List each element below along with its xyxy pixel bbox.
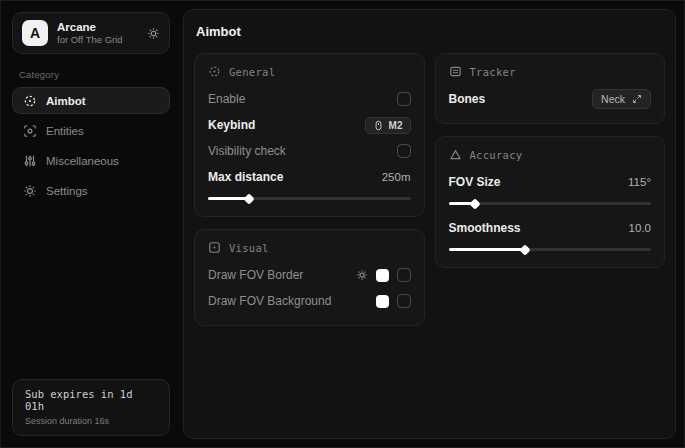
app-window: A Arcane for Off The Grid Category — [0, 0, 685, 448]
max-distance-slider[interactable] — [208, 194, 411, 203]
max-distance-value: 250m — [382, 171, 411, 183]
slider-thumb[interactable] — [243, 193, 254, 204]
visibility-check-label: Visibility check — [208, 144, 286, 158]
draw-fov-border-checkbox[interactable] — [397, 268, 411, 282]
app-subtitle: for Off The Grid — [57, 34, 138, 46]
max-distance-label: Max distance — [208, 170, 283, 184]
gear-icon[interactable] — [356, 269, 368, 281]
content-panel: Aimbot General — [183, 9, 676, 439]
sidebar: A Arcane for Off The Grid Category — [1, 1, 181, 447]
fov-border-color-swatch[interactable] — [376, 269, 389, 282]
crosshair-icon — [208, 65, 221, 78]
card-title: General — [229, 66, 275, 78]
subscription-status-card: Sub expires in 1d 01h Session duration 1… — [12, 379, 170, 436]
slider-thumb[interactable] — [469, 198, 480, 209]
draw-fov-background-checkbox[interactable] — [397, 294, 411, 308]
visual-card: Visual Draw FOV Border — [194, 229, 425, 326]
session-duration-text: Session duration 16s — [25, 416, 157, 426]
bones-label: Bones — [449, 92, 486, 106]
image-icon — [208, 241, 221, 254]
card-title: Accuracy — [470, 149, 523, 161]
sidebar-item-entities[interactable]: Entities — [12, 117, 170, 144]
fov-size-label: FOV Size — [449, 175, 501, 189]
expand-icon — [632, 94, 642, 104]
sidebar-item-label: Settings — [46, 185, 88, 197]
fov-size-value: 115° — [628, 176, 651, 188]
sidebar-item-label: Miscellaneous — [46, 155, 119, 167]
fov-background-color-swatch[interactable] — [376, 295, 389, 308]
bones-selected-value: Neck — [601, 93, 625, 105]
page-title: Aimbot — [196, 24, 665, 39]
sliders-icon — [23, 154, 37, 168]
slider-thumb[interactable] — [520, 244, 531, 255]
triangle-icon — [449, 148, 462, 161]
sidebar-item-aimbot[interactable]: Aimbot — [12, 87, 170, 114]
crosshair-icon — [23, 94, 37, 108]
accuracy-card: Accuracy FOV Size 115° Smoothness — [435, 136, 666, 268]
smoothness-label: Smoothness — [449, 221, 521, 235]
main-area: Aimbot General — [181, 1, 684, 447]
keybind-value: M2 — [389, 120, 403, 131]
tracker-icon — [449, 65, 462, 78]
app-logo: A — [22, 20, 48, 46]
card-title: Tracker — [470, 66, 516, 78]
bones-select-button[interactable]: Neck — [592, 89, 651, 109]
sidebar-item-label: Aimbot — [46, 95, 86, 107]
mouse-icon — [373, 120, 384, 131]
visibility-check-checkbox[interactable] — [397, 144, 411, 158]
sidebar-item-settings[interactable]: Settings — [12, 177, 170, 204]
draw-fov-border-label: Draw FOV Border — [208, 268, 303, 282]
scan-eye-icon — [23, 124, 37, 138]
category-label: Category — [19, 69, 163, 80]
general-card: General Enable Keybind — [194, 53, 425, 217]
keybind-label: Keybind — [208, 118, 255, 132]
card-title: Visual — [229, 242, 269, 254]
smoothness-value: 10.0 — [629, 222, 651, 234]
sub-expiry-text: Sub expires in 1d 01h — [25, 388, 157, 412]
sidebar-item-label: Entities — [46, 125, 84, 137]
tracker-card: Tracker Bones Neck — [435, 53, 666, 124]
fov-size-slider[interactable] — [449, 199, 652, 208]
category-nav: Aimbot Entities — [12, 87, 170, 204]
app-name: Arcane — [57, 20, 138, 34]
smoothness-slider[interactable] — [449, 245, 652, 254]
gear-icon[interactable] — [147, 27, 160, 40]
enable-checkbox[interactable] — [397, 92, 411, 106]
draw-fov-background-label: Draw FOV Background — [208, 294, 331, 308]
sidebar-item-miscellaneous[interactable]: Miscellaneous — [12, 147, 170, 174]
app-header-card: A Arcane for Off The Grid — [12, 12, 170, 54]
gear-icon — [23, 184, 37, 198]
enable-label: Enable — [208, 92, 245, 106]
keybind-button[interactable]: M2 — [365, 117, 411, 134]
